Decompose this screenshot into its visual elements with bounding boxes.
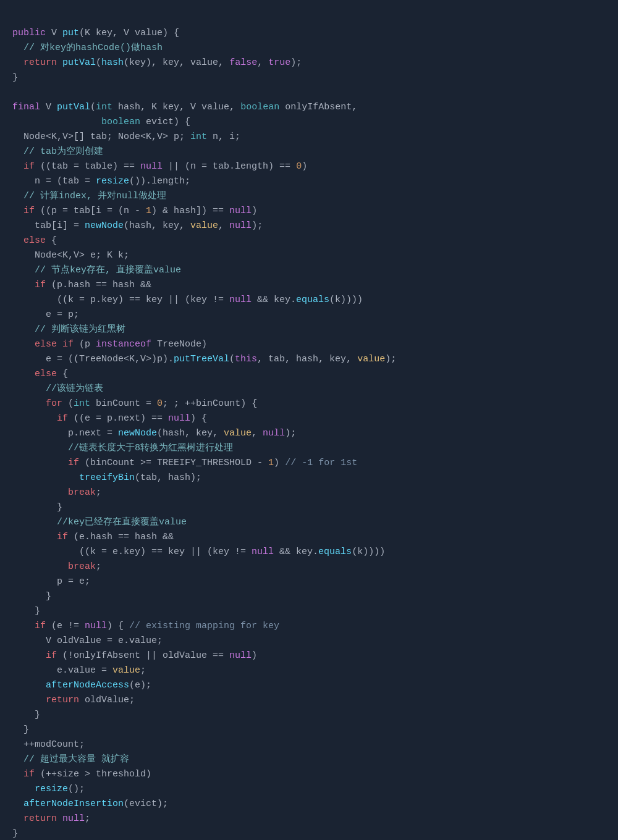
- kw-if-10: if: [23, 769, 35, 779]
- method-put: put: [62, 28, 79, 38]
- kw-if-2: if: [23, 206, 35, 216]
- fn-equals-1: equals: [296, 295, 329, 305]
- val-0-1: 0: [296, 161, 302, 172]
- fn-resize-1: resize: [96, 176, 129, 187]
- kw-if-6: if: [68, 458, 79, 468]
- kw-if-7: if: [57, 532, 68, 542]
- kw-break-2: break: [68, 561, 96, 572]
- kw-return-3: return: [23, 813, 57, 824]
- var-value-3: value: [224, 428, 252, 439]
- kw-this: this: [235, 354, 257, 364]
- val-1-2: 1: [268, 458, 274, 468]
- kw-null-10: null: [62, 813, 85, 824]
- comment-1st: // -1 for 1st: [285, 458, 357, 468]
- comment-node-key: // 节点key存在, 直接覆盖value: [35, 265, 181, 275]
- keyword-final: final: [12, 102, 40, 112]
- kw-null-1: null: [140, 161, 163, 172]
- type-boolean-2: boolean: [101, 117, 140, 127]
- kw-for: for: [46, 398, 62, 409]
- keyword-return-1: return: [23, 57, 57, 68]
- comment-key-exists: //key已经存在直接覆盖value: [57, 517, 187, 527]
- kw-if-5: if: [57, 413, 68, 424]
- fn-newNode-1: newNode: [85, 220, 124, 231]
- kw-else-3: else: [35, 369, 57, 379]
- kw-null-7: null: [252, 547, 274, 557]
- kw-false: false: [229, 57, 257, 68]
- kw-break-1: break: [68, 487, 96, 498]
- comment-1: // 对key的hashCode()做hash: [23, 43, 163, 53]
- kw-null-9: null: [229, 650, 252, 661]
- kw-if-1: if: [23, 161, 35, 172]
- val-1-1: 1: [146, 206, 151, 216]
- var-value-2: value: [357, 354, 385, 364]
- kw-else-2: else: [35, 339, 57, 350]
- kw-null-6: null: [263, 428, 285, 439]
- var-value-1: value: [190, 220, 218, 231]
- val-0-2: 0: [157, 398, 163, 409]
- comment-index: // 计算index, 并对null做处理: [23, 191, 166, 201]
- keyword-public: public: [12, 28, 46, 38]
- kw-return-2: return: [46, 695, 79, 705]
- comment-tab: // tab为空则创建: [23, 146, 103, 157]
- code-viewer: public V put(K key, V value) { // 对key的h…: [12, 11, 606, 840]
- kw-null-4: null: [229, 295, 252, 305]
- kw-if-9: if: [46, 650, 57, 661]
- fn-treeifyBin: treeifyBin: [79, 472, 135, 483]
- type-int-2: int: [190, 132, 207, 142]
- fn-newNode-2: newNode: [118, 428, 157, 439]
- method-putVal: putVal: [57, 102, 90, 112]
- type-int-3: int: [74, 398, 90, 409]
- var-value-4: value: [112, 665, 140, 676]
- fn-resize-2: resize: [35, 784, 68, 794]
- comment-existing: // existing mapping for key: [129, 621, 279, 631]
- fn-afterNodeInsertion: afterNodeInsertion: [23, 799, 124, 809]
- kw-true: true: [268, 57, 290, 68]
- kw-if-4: if: [62, 339, 74, 350]
- comment-resize: // 超过最大容量 就扩容: [23, 754, 129, 765]
- type-int-1: int: [96, 102, 112, 112]
- kw-else-1: else: [23, 235, 46, 246]
- kw-if-8: if: [35, 621, 46, 631]
- kw-null-2: null: [229, 206, 252, 216]
- type-boolean-1: boolean: [240, 102, 279, 112]
- fn-afterNodeAccess: afterNodeAccess: [46, 680, 129, 691]
- kw-null-3: null: [229, 220, 252, 231]
- kw-null-8: null: [85, 621, 107, 631]
- fn-putTreeVal: putTreeVal: [174, 354, 229, 364]
- comment-treeify: //链表长度大于8转换为红黑树进行处理: [68, 443, 233, 453]
- kw-instanceof: instanceof: [96, 339, 151, 350]
- fn-putVal: putVal: [62, 57, 96, 68]
- comment-linkedlist: //该链为链表: [46, 384, 103, 394]
- kw-null-5: null: [168, 413, 190, 424]
- kw-if-3: if: [35, 280, 46, 290]
- fn-hash: hash: [101, 57, 124, 68]
- fn-equals-2: equals: [318, 547, 352, 557]
- comment-rbt: // 判断该链为红黑树: [35, 324, 125, 335]
